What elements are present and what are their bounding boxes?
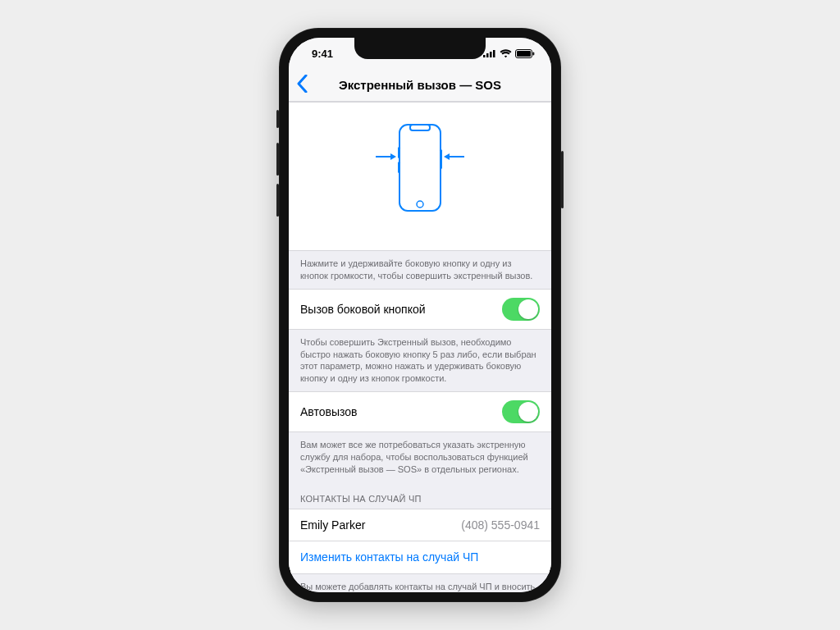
contact-name: Emily Parker: [300, 518, 365, 532]
svg-rect-0: [483, 55, 486, 57]
auto-call-footer: Вам может все же потребоваться указать э…: [289, 432, 551, 482]
side-button-call-label: Вызов боковой кнопкой: [300, 303, 426, 316]
silence-switch: [276, 110, 279, 128]
side-button-call-toggle[interactable]: [502, 298, 540, 321]
power-button: [561, 151, 564, 208]
side-button-call-footer: Чтобы совершить Экстренный вызов, необхо…: [289, 330, 551, 391]
emergency-contacts-header: КОНТАКТЫ НА СЛУЧАЙ ЧП: [289, 482, 551, 509]
svg-point-12: [417, 201, 423, 208]
notch: [354, 38, 486, 59]
hero-footer-text: Нажмите и удерживайте боковую кнопку и о…: [289, 251, 551, 289]
svg-rect-7: [399, 125, 441, 211]
emergency-contacts-footer: Вы можете добавлять контакты на случай Ч…: [289, 574, 551, 592]
svg-rect-6: [533, 52, 535, 55]
svg-rect-5: [517, 51, 531, 57]
svg-rect-11: [440, 149, 442, 169]
auto-call-cell[interactable]: Автовызов: [289, 391, 551, 432]
svg-rect-2: [490, 52, 492, 57]
cellular-icon: [483, 49, 496, 57]
side-button-call-cell[interactable]: Вызов боковой кнопкой: [289, 289, 551, 330]
content-scroll[interactable]: Нажмите и удерживайте боковую кнопку и о…: [289, 102, 551, 592]
auto-call-label: Автовызов: [300, 405, 358, 418]
svg-rect-8: [410, 125, 430, 130]
emergency-contact-row[interactable]: Emily Parker (408) 555-0941: [289, 509, 551, 541]
volume-up-button: [276, 143, 279, 176]
svg-rect-10: [398, 162, 400, 173]
battery-icon: [515, 49, 535, 58]
press-buttons-icon: [371, 121, 469, 235]
screen: 9:41: [289, 38, 551, 592]
svg-marker-14: [390, 153, 396, 160]
edit-emergency-contacts-label: Изменить контакты на случай ЧП: [300, 550, 478, 564]
auto-call-toggle[interactable]: [502, 400, 540, 423]
svg-rect-9: [398, 147, 400, 158]
contact-phone: (408) 555-0941: [461, 518, 540, 532]
volume-down-button: [276, 184, 279, 217]
phone-frame: 9:41: [279, 28, 561, 602]
back-button[interactable]: [297, 75, 308, 96]
navigation-bar: Экстренный вызов — SOS: [289, 69, 551, 102]
svg-rect-1: [486, 53, 489, 57]
status-indicators: [483, 49, 535, 58]
hero-illustration: [289, 102, 551, 251]
svg-marker-16: [444, 153, 450, 160]
svg-rect-3: [493, 50, 495, 57]
edit-emergency-contacts-cell[interactable]: Изменить контакты на случай ЧП: [289, 541, 551, 574]
status-time: 9:41: [312, 48, 333, 60]
wifi-icon: [500, 49, 512, 58]
page-title: Экстренный вызов — SOS: [289, 78, 551, 92]
